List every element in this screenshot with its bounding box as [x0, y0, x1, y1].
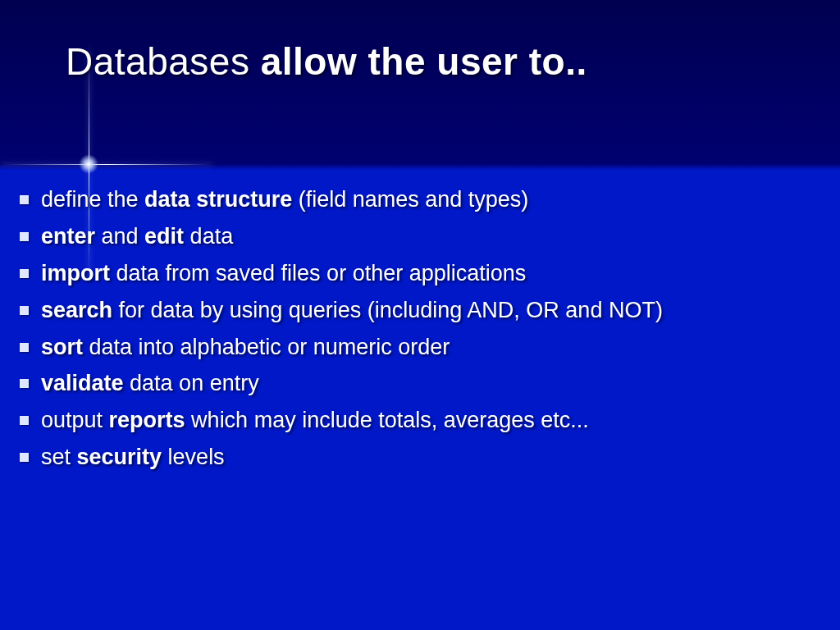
list-item: output reports which may include totals,… [16, 404, 807, 436]
list-item: sort data into alphabetic or numeric ord… [16, 331, 807, 363]
list-item: enter and edit data [16, 221, 807, 253]
title-bold: allow the user to.. [261, 40, 587, 83]
list-item: validate data on entry [16, 368, 807, 399]
list-item: import data from saved files or other ap… [16, 258, 807, 290]
slide-title: Databases allow the user to.. [66, 39, 791, 84]
list-item: set security levels [16, 441, 807, 473]
list-item: search for data by using queries (includ… [16, 294, 807, 326]
list-item: define the data structure (field names a… [16, 184, 807, 216]
bullet-list: define the data structure (field names a… [16, 184, 807, 478]
title-light: Databases [66, 40, 261, 83]
